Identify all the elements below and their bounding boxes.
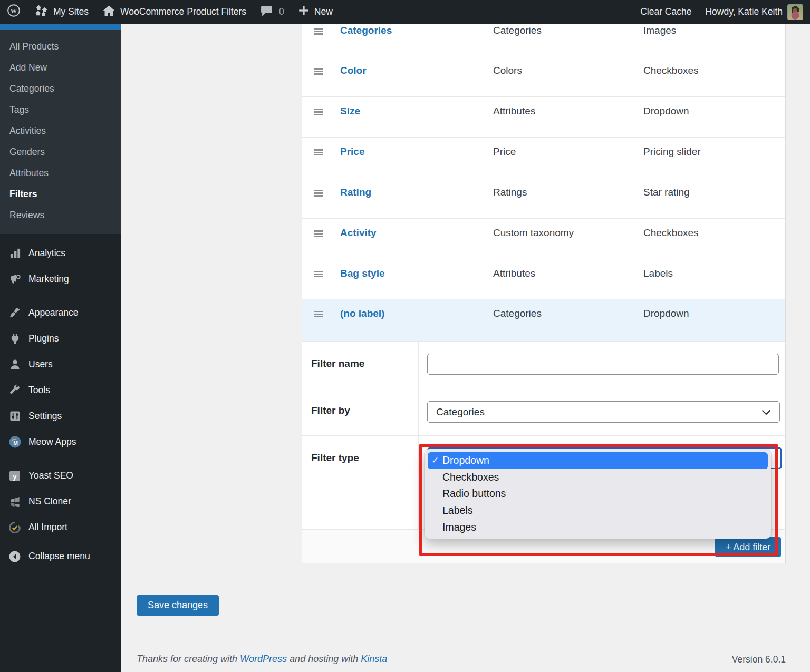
filter-by-field-cell: Categories [419,388,785,435]
filter-type-cell: Dropdown [643,308,785,341]
drag-handle-icon[interactable] [314,109,323,115]
drag-handle-icon[interactable] [314,230,323,237]
sidebar-item-ns-cloner[interactable]: NS Cloner [0,489,121,514]
dropdown-option-dropdown[interactable]: ✓ Dropdown [428,452,768,469]
menu-label: Appearance [28,307,78,318]
filter-name-field-cell [419,342,785,388]
filter-name-link[interactable]: Bag style [340,268,493,299]
drag-handle-cell [302,105,340,137]
add-filter-button[interactable]: + Add filter [715,537,781,557]
filter-name-link[interactable]: (no label) [340,308,493,341]
yoast-icon: y [8,469,22,483]
wordpress-logo-menu[interactable]: W [0,0,27,24]
clear-cache-button[interactable]: Clear Cache [633,0,698,24]
filter-by-cell: Price [493,146,643,178]
sidebar-item-add-new[interactable]: Add New [0,57,121,78]
admin-sidebar: All Products Add New Categories Tags Act… [0,24,121,672]
howdy-label: Howdy, Katie Keith [705,6,783,17]
dropdown-option-labels[interactable]: Labels [428,502,768,519]
filter-name-link[interactable]: Activity [340,227,493,259]
comments-menu[interactable]: 0 [253,0,291,24]
sidebar-item-all-import[interactable]: All Import [0,514,121,540]
new-label: New [314,6,333,17]
filter-name-link[interactable]: Color [340,65,493,96]
filter-name-link[interactable]: Size [340,105,493,137]
kinsta-link[interactable]: Kinsta [361,654,387,664]
wrench-icon [8,384,22,397]
filter-name-input[interactable] [427,354,779,375]
sidebar-item-reviews[interactable]: Reviews [0,204,121,226]
svg-text:M: M [13,441,18,446]
site-name-menu[interactable]: WooCommerce Product Filters [95,0,253,24]
menu-separator [0,455,121,463]
menu-label: Collapse menu [28,551,90,562]
sidebar-item-meow-apps[interactable]: M Meow Apps [0,429,121,455]
filter-type-cell: Pricing slider [643,146,785,178]
menu-label: All Import [28,522,68,533]
drag-handle-icon[interactable] [314,190,323,197]
sidebar-item-yoast-seo[interactable]: y Yoast SEO [0,463,121,489]
svg-text:W: W [11,7,17,15]
table-row: Price Price Pricing slider [302,138,785,178]
wordpress-logo-icon: W [7,4,21,20]
drag-handle-cell [302,227,340,259]
sidebar-item-users[interactable]: Users [0,352,121,377]
drag-handle-icon[interactable] [314,149,323,156]
admin-bar-left: W My Sites WooCommerce Product Filters [0,0,340,24]
site-name-label: WooCommerce Product Filters [120,6,246,17]
home-icon [102,5,115,20]
sidebar-item-appearance[interactable]: Appearance [0,300,121,326]
filter-type-cell: Images [643,25,785,56]
drag-handle-icon[interactable] [314,271,323,278]
sidebar-item-plugins[interactable]: Plugins [0,326,121,352]
sidebar-item-filters[interactable]: Filters [0,183,121,204]
save-changes-button[interactable]: Save changes [137,595,219,616]
sidebar-item-genders[interactable]: Genders [0,141,121,162]
drag-handle-icon[interactable] [314,311,323,318]
wordpress-link[interactable]: WordPress [240,654,287,664]
checkmark-icon: ✓ [431,455,442,466]
menu-label: Meow Apps [28,436,76,447]
filter-by-select[interactable]: Categories [427,401,780,423]
sidebar-item-settings[interactable]: Settings [0,403,121,429]
drag-handle-icon[interactable] [314,68,323,75]
thanks-prefix: Thanks for creating with [137,654,240,664]
sidebar-item-collapse-menu[interactable]: Collapse menu [0,543,121,569]
menu-label: Analytics [28,248,65,259]
dropdown-option-label: Images [442,521,476,533]
sidebar-item-attributes[interactable]: Attributes [0,162,121,183]
filter-name-link[interactable]: Categories [340,25,493,56]
megaphone-icon [8,272,22,286]
sidebar-item-marketing[interactable]: Marketing [0,266,121,292]
filter-name-label: Filter name [302,342,419,388]
new-content-menu[interactable]: New [291,0,340,24]
collapse-icon [8,550,22,563]
filter-name-link[interactable]: Price [340,146,493,178]
user-icon [8,358,22,372]
filter-name-link[interactable]: Rating [340,187,493,218]
admin-menu: Analytics Marketing Appearance Plugins [0,234,121,569]
sidebar-item-categories[interactable]: Categories [0,78,121,99]
table-row: Activity Custom taxonomy Checkboxes [302,219,785,259]
svg-text:y: y [13,472,17,480]
table-row: Rating Ratings Star rating [302,178,785,219]
sidebar-item-tools[interactable]: Tools [0,377,121,403]
filter-by-cell: Categories [493,308,643,341]
filter-type-cell: Checkboxes [643,65,785,96]
sidebar-item-all-products[interactable]: All Products [0,36,121,57]
my-sites-menu[interactable]: My Sites [27,0,95,24]
sidebar-item-activities[interactable]: Activities [0,120,121,141]
products-active-menu-partial[interactable] [0,24,121,30]
clear-cache-label: Clear Cache [640,6,691,17]
drag-handle-icon[interactable] [314,28,323,35]
filter-by-cell: Categories [493,25,643,56]
dropdown-option-checkboxes[interactable]: Checkboxes [428,469,768,486]
sidebar-item-analytics[interactable]: Analytics [0,240,121,266]
menu-label: Plugins [28,333,59,344]
dropdown-option-radio-buttons[interactable]: Radio buttons [428,485,768,502]
filter-type-cell: Star rating [643,187,785,218]
dropdown-option-images[interactable]: Images [428,519,768,535]
filter-by-form-row: Filter by Categories [302,388,785,436]
my-account-menu[interactable]: Howdy, Katie Keith [698,0,810,24]
sidebar-item-tags[interactable]: Tags [0,99,121,120]
